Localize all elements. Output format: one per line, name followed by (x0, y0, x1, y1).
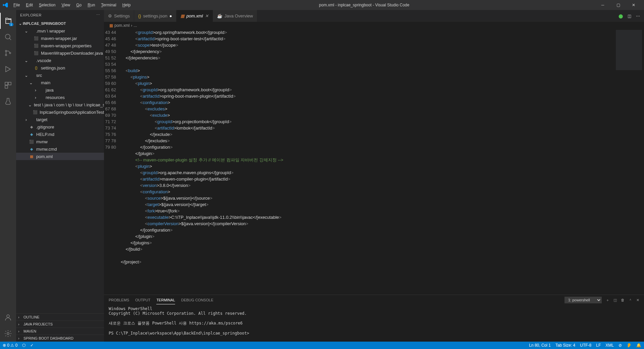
menu-edit[interactable]: Edit (23, 1, 36, 9)
svg-point-1 (5, 50, 7, 52)
tree-item[interactable]: .vscode (16, 57, 104, 64)
menu-file[interactable]: File (11, 1, 22, 9)
editor-body[interactable]: 43 44 45 46 47 48 49 50 51 52 53 54 55 5… (104, 29, 644, 295)
tree-item[interactable]: ⬛maven-wrapper.jar (16, 35, 104, 42)
testing-icon[interactable] (0, 93, 16, 109)
maximize-button[interactable]: ▢ (610, 0, 626, 10)
panel-spring-boot-dashboard[interactable]: SPRING BOOT DASHBOARD (16, 335, 104, 342)
tree-item[interactable]: ◆.gitignore (16, 123, 104, 131)
status-item[interactable]: 👂 (627, 343, 632, 348)
status-item[interactable]: ⊘ (619, 343, 622, 348)
editor-tabs: ⚙Settings{}settings.json●▦pom.xml✕☕Java … (104, 10, 644, 22)
tree-label: mvnw (36, 139, 48, 144)
menu-terminal[interactable]: Terminal (98, 1, 119, 9)
maximize-panel-icon[interactable]: ＾ (629, 298, 632, 303)
status-item[interactable]: ✓ (30, 343, 34, 348)
explorer-icon[interactable]: 1 (0, 13, 16, 29)
new-terminal-icon[interactable]: ＋ (606, 298, 609, 303)
menu-go[interactable]: Go (73, 1, 84, 9)
panel-java-projects[interactable]: JAVA PROJECTS (16, 320, 104, 328)
panel-tab-problems[interactable]: PROBLEMS (109, 296, 129, 304)
accounts-icon[interactable] (0, 309, 16, 326)
tree-item[interactable]: ⬛mvnw (16, 138, 104, 145)
status-item[interactable]: Ln 80, Col 1 (529, 343, 551, 348)
menu-help[interactable]: Help (120, 1, 133, 9)
menu-run[interactable]: Run (85, 1, 98, 9)
menu-view[interactable]: View (59, 1, 73, 9)
close-tab-icon[interactable]: ✕ (205, 13, 209, 18)
tab-settings-json[interactable]: {}settings.json● (134, 10, 176, 22)
sidebar-title: EXPLORER (20, 13, 42, 17)
editor-area: ⚙Settings{}settings.json●▦pom.xml✕☕Java … (104, 10, 644, 342)
terminal-output[interactable]: Windows PowerShell Copyright (C) Microso… (104, 305, 644, 342)
tree-item[interactable]: .mvn \ wrapper (16, 27, 104, 35)
tree-item[interactable]: main (16, 79, 104, 86)
tab-settings[interactable]: ⚙Settings (104, 10, 134, 22)
status-item[interactable]: ⊗ 0 ⚠ 0 (3, 343, 17, 348)
project-root[interactable]: INPLCAE_SPRINGBOOT (16, 20, 104, 27)
tree-item[interactable]: ⬛MavenWrapperDownloader.java (16, 49, 104, 57)
panel-outline[interactable]: OUTLINE (16, 313, 104, 320)
status-item[interactable]: XML (605, 343, 614, 348)
tree-label: .vscode (36, 58, 51, 63)
menu-selection[interactable]: Selection (36, 1, 58, 9)
tab-java-overview[interactable]: ☕Java Overview (213, 10, 257, 22)
extensions-icon[interactable] (0, 77, 16, 93)
panel-tab-terminal[interactable]: TERMINAL (156, 296, 175, 304)
tab-label: Java Overview (224, 13, 253, 18)
tree-item[interactable]: {}settings.json (16, 64, 104, 71)
file-icon (29, 58, 34, 63)
close-panel-icon[interactable]: ✕ (636, 298, 639, 302)
file-icon (38, 87, 44, 93)
split-editor-icon[interactable]: ◫ (628, 14, 631, 18)
source-control-icon[interactable] (0, 45, 16, 61)
file-tree: INPLCAE_SPRINGBOOT .mvn \ wrapper⬛maven-… (16, 20, 104, 313)
line-gutter: 43 44 45 46 47 48 49 50 51 52 53 54 55 5… (104, 29, 121, 295)
minimize-button[interactable]: ─ (595, 0, 610, 10)
terminal-selector[interactable]: 1: powershell (565, 297, 602, 303)
tree-item[interactable]: src (16, 71, 104, 79)
file-icon (38, 95, 44, 100)
settings-gear-icon[interactable] (0, 326, 16, 342)
close-button[interactable]: ✕ (626, 0, 641, 10)
run-debug-icon[interactable] (0, 61, 16, 77)
tree-item[interactable]: resources (16, 94, 104, 101)
tab-pom-xml[interactable]: ▦pom.xml✕ (176, 10, 213, 22)
tree-item[interactable]: ▦pom.xml (16, 153, 104, 160)
status-item[interactable]: Tab Size: 4 (555, 343, 575, 348)
breadcrumb[interactable]: ▦ pom.xml › ... (104, 22, 644, 29)
panel-tab-output[interactable]: OUTPUT (135, 296, 150, 304)
search-icon[interactable] (0, 29, 16, 45)
status-item[interactable]: ⬡ (22, 343, 25, 348)
tree-label: .mvn \ wrapper (36, 29, 65, 34)
file-icon: ◆ (29, 146, 34, 152)
status-item[interactable]: LF (596, 343, 601, 348)
tab-label: Settings (114, 13, 130, 18)
tree-item[interactable]: ⬛InplcaeSpringbootApplicationTests.java (16, 108, 104, 116)
tree-item[interactable]: ◆mvnw.cmd (16, 145, 104, 153)
file-icon: ⬛ (34, 43, 39, 48)
split-terminal-icon[interactable]: ◫ (613, 298, 617, 302)
panel-tab-debug console[interactable]: DEBUG CONSOLE (181, 296, 213, 304)
menu-bar: FileEditSelectionViewGoRunTerminalHelp (11, 1, 133, 9)
minimap[interactable] (614, 29, 644, 295)
panel-tabs: PROBLEMSOUTPUTTERMINALDEBUG CONSOLE 1: p… (104, 295, 644, 305)
tree-item[interactable]: target (16, 116, 104, 123)
tree-label: resources (46, 95, 65, 100)
run-indicator-icon[interactable]: ⬤ (619, 14, 623, 18)
trash-icon[interactable]: 🗑 (621, 298, 625, 302)
tree-item[interactable]: ⬛maven-wrapper.properties (16, 42, 104, 49)
tree-item[interactable]: java (16, 86, 104, 94)
tree-item[interactable]: test \ java \ com \ tp \ tour \ inplcae_… (16, 101, 104, 108)
file-icon: ◆ (29, 132, 34, 137)
code-content[interactable]: <groupId>org.springframework.boot</[grou… (121, 29, 614, 295)
panel-maven[interactable]: MAVEN (16, 328, 104, 335)
status-item[interactable]: 🔔 (636, 343, 641, 348)
dirty-indicator-icon: ● (169, 13, 172, 18)
svg-rect-5 (8, 82, 11, 85)
file-icon: ⬛ (34, 50, 39, 56)
more-actions-icon[interactable]: ⋯ (636, 14, 640, 18)
tree-item[interactable]: ◆HELP.md (16, 131, 104, 138)
sidebar-more-icon[interactable]: ⋯ (96, 13, 100, 17)
status-item[interactable]: UTF-8 (580, 343, 591, 348)
